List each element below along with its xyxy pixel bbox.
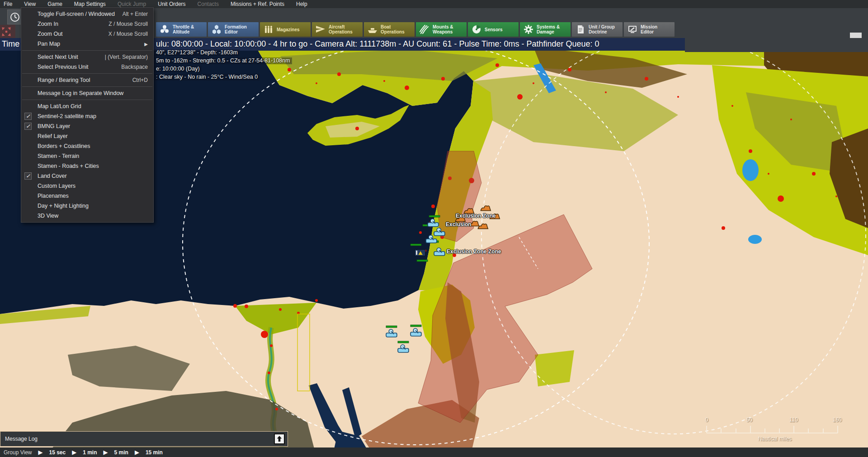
airbase-unit-icon[interactable] (415, 249, 425, 256)
menu-item-map-latlon-grid[interactable]: Map Lat/Lon Grid (21, 101, 153, 111)
menu-item-bmng-layer[interactable]: ✓BMNG Layer (21, 121, 153, 131)
menu-item-borders-coastlines[interactable]: Borders + Coastlines (21, 141, 153, 151)
iraq-lake-2 (748, 235, 762, 244)
sensors-icon (471, 24, 482, 35)
menu-file[interactable]: File (4, 1, 12, 7)
menu-item-land-cover[interactable]: ✓Land Cover (21, 171, 153, 181)
menu-separator (22, 73, 152, 74)
weather-readout: : Clear sky - No rain - 25°C - Wind/Sea … (154, 74, 259, 81)
saudi-vegetation (535, 350, 574, 386)
formation-icon (211, 24, 222, 35)
menu-map-settings[interactable]: Map Settings (74, 1, 106, 7)
view-menu-dropdown: Toggle Full-screen / WindowedAlt + Enter… (21, 7, 154, 223)
toolbar: Throttle &Altitude FormationEditor Magaz… (156, 22, 675, 37)
systems-icon (523, 24, 534, 35)
menu-item-range-bearing-tool[interactable]: Range / Bearing ToolCtrl+D (21, 75, 153, 85)
menu-item-select-previous-unit[interactable]: Select Previous UnitBackspace (21, 62, 153, 72)
mounts-icon (419, 24, 430, 35)
scale-tick-label: 0 (705, 417, 708, 423)
time-step-15sec[interactable]: 15 sec (49, 449, 66, 456)
unit-group-doctrine-button[interactable]: Unit / GroupDoctrine (572, 22, 623, 37)
scale-tick-label: 160 (833, 417, 842, 423)
magazines-button[interactable]: Magazines (260, 22, 311, 37)
menu-separator (22, 50, 152, 51)
menu-unit-orders[interactable]: Unit Orders (158, 1, 185, 7)
message-log-bar[interactable]: Message Log (0, 431, 288, 447)
time-compression-button[interactable] (7, 10, 22, 24)
magazines-icon (263, 24, 274, 35)
message-log-title: Message Log (0, 436, 274, 442)
menu-item-day-night-lighting[interactable]: Day + Night Lighting (21, 201, 153, 211)
menu-view[interactable]: View (24, 1, 36, 7)
scale-ruler (704, 424, 845, 434)
systems-damage-button[interactable]: Systems &Damage (520, 22, 571, 37)
exclusion-zone-label: Exclusion Zone Zone (447, 248, 501, 255)
center-on-unit-button[interactable] (0, 25, 15, 38)
sonar-layer-readout: 5m to -162m - Strength: 0.5 - CZs at 27-… (154, 57, 292, 64)
time-step-bar: Group View ▶15 sec ▶1 min ▶5 min ▶15 min (0, 447, 868, 457)
play-icon[interactable]: ▶ (135, 449, 139, 456)
menu-item-placenames[interactable]: Placenames (21, 191, 153, 201)
menu-help[interactable]: Help (296, 1, 307, 7)
map-scale-bar: 0 50 110 160 Nautical miles (704, 417, 845, 443)
sensors-button[interactable]: Sensors (468, 22, 519, 37)
scale-tick-label: 50 (746, 417, 752, 423)
window-fragment (850, 33, 862, 38)
throttle-icon (159, 24, 170, 35)
menu-item-3d-view[interactable]: 3D View (21, 211, 153, 221)
throttle-altitude-button[interactable]: Throttle &Altitude (156, 22, 207, 37)
play-icon[interactable]: ▶ (104, 449, 108, 456)
menu-separator (22, 86, 152, 87)
menu-item-stamen-terrain[interactable]: Stamen - Terrain (21, 151, 153, 161)
group-view-label[interactable]: Group View (4, 449, 32, 456)
boat-operations-button[interactable]: BoatOperations (364, 22, 415, 37)
boat-icon (367, 24, 378, 35)
checkmark-icon: ✓ (24, 123, 32, 130)
menu-item-stamen-roads-cities[interactable]: Stamen - Roads + Cities (21, 161, 153, 171)
submenu-arrow-icon: ▶ (144, 42, 148, 47)
menu-item-zoom-in[interactable]: Zoom InZ / Mouse Scroll (21, 19, 153, 29)
checkmark-icon: ✓ (24, 172, 32, 180)
menu-item-message-log-separate-window[interactable]: Message Log in Separate Window (21, 88, 153, 98)
iraq-lake-1 (742, 159, 759, 181)
time-step-15min[interactable]: 15 min (146, 449, 163, 456)
menu-contacts: Contacts (198, 1, 219, 7)
menu-game[interactable]: Game (47, 1, 62, 7)
time-step-5min[interactable]: 5 min (114, 449, 128, 456)
status-bar-extension (685, 38, 868, 52)
menu-item-sentinel2-satellite-map[interactable]: ✓Sentinel-2 satellite map (21, 111, 153, 121)
collapse-arrows-icon (0, 26, 12, 38)
menu-item-relief-layer[interactable]: Relief Layer (21, 131, 153, 141)
menu-separator (22, 100, 152, 100)
status-time-label: Time (2, 39, 19, 49)
time-step-1min[interactable]: 1 min (83, 449, 97, 456)
mounts-weapons-button[interactable]: Mounts &Weapons (416, 22, 467, 37)
scale-tick-label: 110 (789, 417, 798, 423)
formation-editor-button[interactable]: FormationEditor (208, 22, 259, 37)
aircraft-operations-button[interactable]: AircraftOperations (312, 22, 363, 37)
local-time-readout: e: 10:00:00 (Day) (154, 66, 202, 72)
menu-quick-jump: Quick Jump (118, 1, 146, 7)
mission-editor-button[interactable]: MissionEditor (624, 22, 675, 37)
menu-item-zoom-out[interactable]: Zoom OutX / Mouse Scroll (21, 29, 153, 39)
menu-missions-ref-points[interactable]: Missions + Ref. Points (231, 1, 284, 7)
play-icon[interactable]: ▶ (72, 449, 76, 456)
clock-icon (9, 12, 20, 23)
menu-item-pan-map[interactable]: Pan Map▶ (21, 39, 153, 49)
aircraft-icon (315, 24, 326, 35)
exclusion-zone-label: Exclusion (446, 221, 472, 228)
menu-item-custom-layers[interactable]: Custom Layers (21, 181, 153, 191)
mission-icon (627, 24, 638, 35)
menu-item-toggle-fullscreen[interactable]: Toggle Full-screen / WindowedAlt + Enter (21, 9, 153, 19)
cursor-position-readout: 40", E27°12'38" - Depth: -1603m (154, 49, 240, 56)
play-icon[interactable]: ▶ (38, 449, 42, 456)
exclusion-zone-label: Exclusion Zone (456, 213, 496, 219)
scale-unit-label: Nautical miles (704, 436, 845, 442)
doctrine-icon (575, 24, 586, 35)
command-app-window: Exclusion Zone Exclusion Exclusion Zone … (0, 0, 868, 457)
menu-item-select-next-unit[interactable]: Select Next Unit| (Vert. Separator) (21, 52, 153, 62)
checkmark-icon: ✓ (24, 113, 32, 120)
up-arrow-icon (275, 435, 283, 443)
message-log-expand-button[interactable] (274, 433, 285, 444)
status-main-text: ulu: 08:00:00 - Local: 10:00:00 - 4 hr t… (156, 39, 599, 49)
